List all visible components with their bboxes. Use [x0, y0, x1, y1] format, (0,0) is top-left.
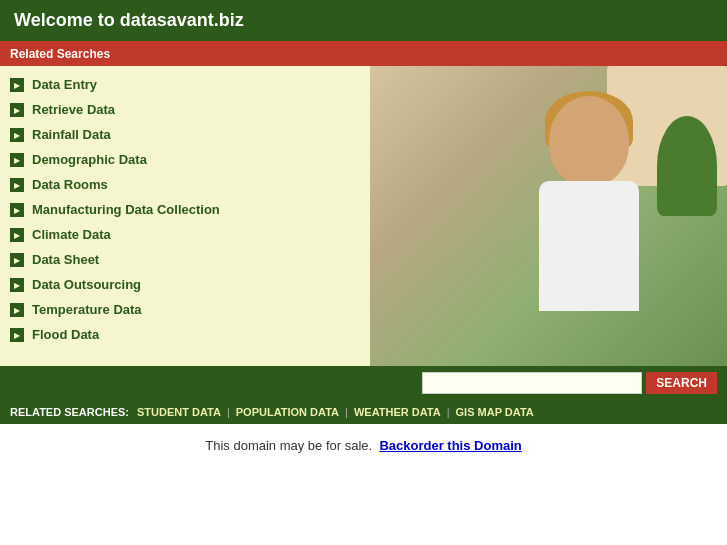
link-text: Rainfall Data	[32, 127, 111, 142]
related-searches-bar: Related Searches	[0, 41, 727, 66]
list-item[interactable]: Manufacturing Data Collection	[0, 197, 370, 222]
list-item[interactable]: Data Rooms	[0, 172, 370, 197]
person-body	[539, 181, 639, 311]
link-text: Retrieve Data	[32, 102, 115, 117]
link-text: Climate Data	[32, 227, 111, 242]
search-button[interactable]: SEARCH	[646, 372, 717, 394]
links-column: Data EntryRetrieve DataRainfall DataDemo…	[0, 66, 370, 366]
bottom-bar-label: RELATED SEARCHES:	[10, 406, 129, 418]
separator: |	[447, 406, 450, 418]
header: Welcome to datasavant.biz	[0, 0, 727, 41]
bullet-icon	[10, 303, 24, 317]
bottom-related-link[interactable]: GIS MAP DATA	[456, 406, 534, 418]
link-text: Flood Data	[32, 327, 99, 342]
bottom-related-bar: RELATED SEARCHES: STUDENT DATA|POPULATIO…	[0, 400, 727, 424]
bullet-icon	[10, 153, 24, 167]
bullet-icon	[10, 228, 24, 242]
list-item[interactable]: Rainfall Data	[0, 122, 370, 147]
person-figure	[489, 86, 689, 366]
list-item[interactable]: Data Entry	[0, 72, 370, 97]
bullet-icon	[10, 203, 24, 217]
list-item[interactable]: Data Sheet	[0, 247, 370, 272]
list-item[interactable]: Flood Data	[0, 322, 370, 347]
bottom-related-link[interactable]: WEATHER DATA	[354, 406, 441, 418]
backorder-link[interactable]: Backorder this Domain	[379, 438, 521, 453]
footer-static-text: This domain may be for sale.	[205, 438, 372, 453]
link-text: Data Outsourcing	[32, 277, 141, 292]
bullet-icon	[10, 78, 24, 92]
link-text: Data Sheet	[32, 252, 99, 267]
bottom-related-link[interactable]: STUDENT DATA	[137, 406, 221, 418]
footer-text: This domain may be for sale. Backorder t…	[205, 438, 521, 453]
bullet-icon	[10, 128, 24, 142]
person-head	[549, 96, 629, 186]
link-text: Data Entry	[32, 77, 97, 92]
list-item[interactable]: Demographic Data	[0, 147, 370, 172]
separator: |	[345, 406, 348, 418]
bullet-icon	[10, 278, 24, 292]
bottom-related-link[interactable]: POPULATION DATA	[236, 406, 339, 418]
separator: |	[227, 406, 230, 418]
list-item[interactable]: Temperature Data	[0, 297, 370, 322]
footer: This domain may be for sale. Backorder t…	[0, 424, 727, 467]
list-item[interactable]: Data Outsourcing	[0, 272, 370, 297]
search-area: SEARCH	[0, 366, 727, 400]
bullet-icon	[10, 253, 24, 267]
site-title: Welcome to datasavant.biz	[14, 10, 244, 30]
image-column	[370, 66, 727, 366]
bullet-icon	[10, 103, 24, 117]
link-text: Temperature Data	[32, 302, 142, 317]
link-text: Data Rooms	[32, 177, 108, 192]
search-input[interactable]	[422, 372, 642, 394]
bullet-icon	[10, 178, 24, 192]
link-text: Demographic Data	[32, 152, 147, 167]
list-item[interactable]: Climate Data	[0, 222, 370, 247]
link-text: Manufacturing Data Collection	[32, 202, 220, 217]
bullet-icon	[10, 328, 24, 342]
related-searches-label: Related Searches	[10, 47, 110, 61]
list-item[interactable]: Retrieve Data	[0, 97, 370, 122]
main-content: Data EntryRetrieve DataRainfall DataDemo…	[0, 66, 727, 366]
hero-image	[370, 66, 727, 366]
